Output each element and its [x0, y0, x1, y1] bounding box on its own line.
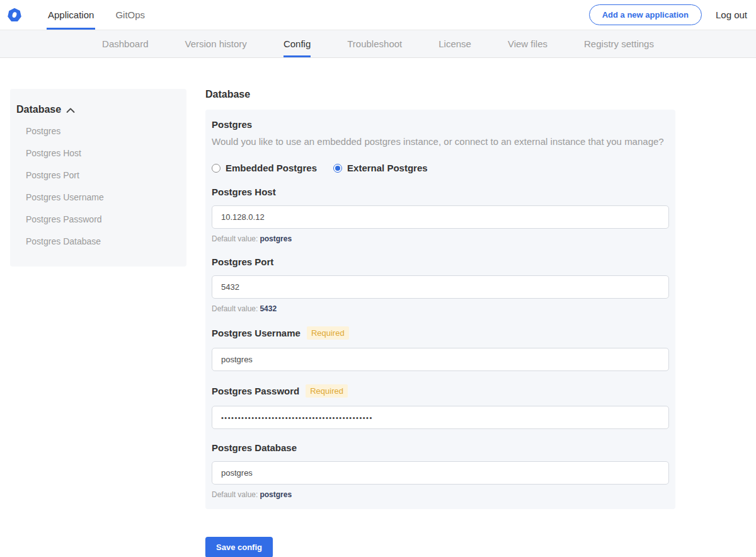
subnav-item-license[interactable]: License [438, 30, 471, 57]
required-badge: Required [307, 326, 349, 340]
subnav-item-view-files[interactable]: View files [508, 30, 547, 57]
top-header: Application GitOps Add a new application… [0, 0, 756, 30]
header-right: Add a new application Log out [589, 0, 747, 30]
subnav-item-version-history[interactable]: Version history [185, 30, 246, 57]
logout-link[interactable]: Log out [716, 9, 747, 20]
postgres-password-input[interactable] [212, 406, 669, 429]
sidebar-item-postgres[interactable]: Postgres [16, 120, 176, 142]
radio-external-postgres[interactable]: External Postgres [333, 163, 428, 173]
sidebar-item-postgres-port[interactable]: Postgres Port [16, 164, 176, 187]
sidebar-group-database[interactable]: Database [16, 104, 176, 115]
sidebar-items: Postgres Postgres Host Postgres Port Pos… [16, 120, 176, 253]
sidebar-item-postgres-database[interactable]: Postgres Database [16, 231, 176, 253]
field-label-text: Postgres Password [212, 386, 299, 396]
save-config-button[interactable]: Save config [205, 537, 273, 557]
required-badge: Required [306, 384, 348, 398]
postgres-radio-group: Embedded Postgres External Postgres [212, 163, 669, 173]
app-subnav: Dashboard Version history Config Trouble… [0, 30, 756, 58]
field-label-postgres-database: Postgres Database [212, 442, 669, 453]
radio-checked-icon[interactable] [333, 164, 342, 173]
postgres-host-input[interactable] [212, 205, 669, 229]
subnav-item-registry-settings[interactable]: Registry settings [584, 30, 654, 57]
subnav-item-config[interactable]: Config [284, 30, 311, 57]
field-label-text: Postgres Database [212, 442, 297, 453]
sidebar-group-label: Database [16, 104, 61, 115]
postgres-username-input[interactable] [212, 348, 669, 371]
replicated-logo-icon [8, 8, 21, 22]
postgres-port-input[interactable] [212, 275, 669, 299]
header-tabs: Application GitOps [47, 0, 146, 30]
radio-label: External Postgres [347, 163, 428, 173]
panel-help-text: Would you like to use an embedded postgr… [212, 135, 669, 147]
field-label-postgres-port: Postgres Port [212, 256, 669, 267]
config-main: Database Postgres Would you like to use … [205, 89, 675, 557]
radio-unchecked-icon[interactable] [212, 164, 220, 173]
default-label: Default value: [212, 304, 258, 313]
subnav-item-troubleshoot[interactable]: Troubleshoot [347, 30, 402, 57]
default-value: postgres [260, 234, 292, 243]
field-label-text: Postgres Host [212, 187, 276, 197]
tab-gitops[interactable]: GitOps [114, 0, 146, 30]
config-group-panel: Postgres Would you like to use an embedd… [205, 110, 675, 509]
default-label: Default value: [212, 234, 258, 243]
default-value: postgres [260, 490, 292, 499]
add-application-button[interactable]: Add a new application [589, 4, 702, 25]
subnav-item-dashboard[interactable]: Dashboard [102, 30, 148, 57]
app-logo[interactable] [8, 0, 21, 30]
radio-embedded-postgres[interactable]: Embedded Postgres [212, 163, 317, 173]
postgres-database-input[interactable] [212, 461, 669, 485]
field-label-text: Postgres Port [212, 256, 273, 267]
panel-title: Postgres [212, 119, 669, 130]
config-sidebar: Database Postgres Postgres Host Postgres… [10, 89, 186, 267]
default-value-line: Default value:postgres [212, 490, 669, 499]
sidebar-item-postgres-host[interactable]: Postgres Host [16, 142, 176, 164]
radio-label: Embedded Postgres [226, 163, 317, 173]
default-value-line: Default value:5432 [212, 304, 669, 313]
tab-application[interactable]: Application [47, 0, 95, 30]
default-value-line: Default value:postgres [212, 234, 669, 243]
default-label: Default value: [212, 490, 258, 499]
sidebar-item-postgres-password[interactable]: Postgres Password [16, 209, 176, 231]
default-value: 5432 [260, 304, 277, 313]
group-heading: Database [205, 89, 675, 100]
field-label-postgres-password: Postgres Password Required [212, 384, 669, 398]
field-label-text: Postgres Username [212, 328, 301, 338]
field-label-postgres-host: Postgres Host [212, 187, 669, 197]
chevron-up-icon [66, 108, 75, 113]
config-page: Database Postgres Postgres Host Postgres… [0, 58, 756, 557]
field-label-postgres-username: Postgres Username Required [212, 326, 669, 340]
sidebar-item-postgres-username[interactable]: Postgres Username [16, 187, 176, 209]
